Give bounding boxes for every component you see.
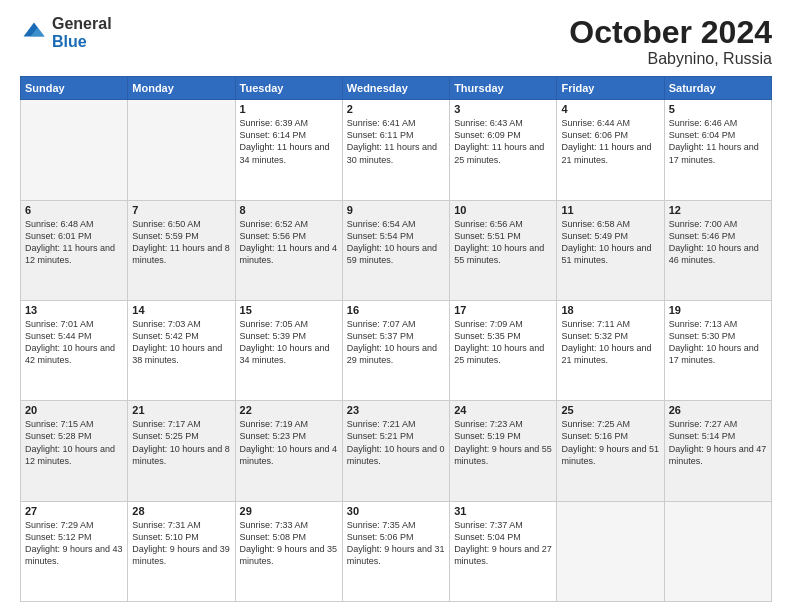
day-info: Sunrise: 6:44 AM Sunset: 6:06 PM Dayligh… (561, 117, 659, 166)
day-number: 20 (25, 404, 123, 416)
day-number: 17 (454, 304, 552, 316)
table-row (664, 501, 771, 601)
calendar-week-row: 6Sunrise: 6:48 AM Sunset: 6:01 PM Daylig… (21, 200, 772, 300)
day-info: Sunrise: 7:29 AM Sunset: 5:12 PM Dayligh… (25, 519, 123, 568)
day-number: 31 (454, 505, 552, 517)
day-info: Sunrise: 6:43 AM Sunset: 6:09 PM Dayligh… (454, 117, 552, 166)
day-info: Sunrise: 6:39 AM Sunset: 6:14 PM Dayligh… (240, 117, 338, 166)
table-row (21, 100, 128, 200)
day-info: Sunrise: 7:09 AM Sunset: 5:35 PM Dayligh… (454, 318, 552, 367)
day-info: Sunrise: 7:25 AM Sunset: 5:16 PM Dayligh… (561, 418, 659, 467)
table-row: 20Sunrise: 7:15 AM Sunset: 5:28 PM Dayli… (21, 401, 128, 501)
day-info: Sunrise: 6:56 AM Sunset: 5:51 PM Dayligh… (454, 218, 552, 267)
day-number: 5 (669, 103, 767, 115)
logo-text: General Blue (52, 15, 112, 50)
day-info: Sunrise: 7:31 AM Sunset: 5:10 PM Dayligh… (132, 519, 230, 568)
logo-general-label: General (52, 15, 112, 33)
day-info: Sunrise: 7:15 AM Sunset: 5:28 PM Dayligh… (25, 418, 123, 467)
table-row: 2Sunrise: 6:41 AM Sunset: 6:11 PM Daylig… (342, 100, 449, 200)
table-row: 13Sunrise: 7:01 AM Sunset: 5:44 PM Dayli… (21, 300, 128, 400)
table-row: 8Sunrise: 6:52 AM Sunset: 5:56 PM Daylig… (235, 200, 342, 300)
day-number: 24 (454, 404, 552, 416)
day-info: Sunrise: 7:07 AM Sunset: 5:37 PM Dayligh… (347, 318, 445, 367)
logo-blue-label: Blue (52, 33, 112, 51)
table-row: 23Sunrise: 7:21 AM Sunset: 5:21 PM Dayli… (342, 401, 449, 501)
table-row: 3Sunrise: 6:43 AM Sunset: 6:09 PM Daylig… (450, 100, 557, 200)
calendar-week-row: 13Sunrise: 7:01 AM Sunset: 5:44 PM Dayli… (21, 300, 772, 400)
day-info: Sunrise: 7:17 AM Sunset: 5:25 PM Dayligh… (132, 418, 230, 467)
col-thursday: Thursday (450, 77, 557, 100)
day-info: Sunrise: 7:27 AM Sunset: 5:14 PM Dayligh… (669, 418, 767, 467)
col-tuesday: Tuesday (235, 77, 342, 100)
day-number: 14 (132, 304, 230, 316)
day-info: Sunrise: 7:13 AM Sunset: 5:30 PM Dayligh… (669, 318, 767, 367)
header: General Blue October 2024 Babynino, Russ… (20, 15, 772, 68)
table-row: 21Sunrise: 7:17 AM Sunset: 5:25 PM Dayli… (128, 401, 235, 501)
logo: General Blue (20, 15, 112, 50)
day-number: 29 (240, 505, 338, 517)
day-number: 16 (347, 304, 445, 316)
day-number: 11 (561, 204, 659, 216)
day-number: 9 (347, 204, 445, 216)
col-friday: Friday (557, 77, 664, 100)
table-row: 14Sunrise: 7:03 AM Sunset: 5:42 PM Dayli… (128, 300, 235, 400)
table-row: 9Sunrise: 6:54 AM Sunset: 5:54 PM Daylig… (342, 200, 449, 300)
day-number: 3 (454, 103, 552, 115)
day-number: 19 (669, 304, 767, 316)
title-block: October 2024 Babynino, Russia (569, 15, 772, 68)
day-number: 22 (240, 404, 338, 416)
col-wednesday: Wednesday (342, 77, 449, 100)
day-number: 18 (561, 304, 659, 316)
table-row (128, 100, 235, 200)
day-number: 12 (669, 204, 767, 216)
table-row: 6Sunrise: 6:48 AM Sunset: 6:01 PM Daylig… (21, 200, 128, 300)
table-row: 26Sunrise: 7:27 AM Sunset: 5:14 PM Dayli… (664, 401, 771, 501)
table-row: 10Sunrise: 6:56 AM Sunset: 5:51 PM Dayli… (450, 200, 557, 300)
day-number: 23 (347, 404, 445, 416)
table-row: 7Sunrise: 6:50 AM Sunset: 5:59 PM Daylig… (128, 200, 235, 300)
day-number: 30 (347, 505, 445, 517)
day-info: Sunrise: 6:41 AM Sunset: 6:11 PM Dayligh… (347, 117, 445, 166)
day-info: Sunrise: 7:01 AM Sunset: 5:44 PM Dayligh… (25, 318, 123, 367)
day-number: 26 (669, 404, 767, 416)
logo-icon (20, 19, 48, 47)
day-number: 13 (25, 304, 123, 316)
day-info: Sunrise: 7:19 AM Sunset: 5:23 PM Dayligh… (240, 418, 338, 467)
table-row: 25Sunrise: 7:25 AM Sunset: 5:16 PM Dayli… (557, 401, 664, 501)
day-info: Sunrise: 7:11 AM Sunset: 5:32 PM Dayligh… (561, 318, 659, 367)
table-row: 30Sunrise: 7:35 AM Sunset: 5:06 PM Dayli… (342, 501, 449, 601)
table-row: 18Sunrise: 7:11 AM Sunset: 5:32 PM Dayli… (557, 300, 664, 400)
table-row: 29Sunrise: 7:33 AM Sunset: 5:08 PM Dayli… (235, 501, 342, 601)
day-number: 25 (561, 404, 659, 416)
table-row: 22Sunrise: 7:19 AM Sunset: 5:23 PM Dayli… (235, 401, 342, 501)
day-info: Sunrise: 7:23 AM Sunset: 5:19 PM Dayligh… (454, 418, 552, 467)
table-row: 15Sunrise: 7:05 AM Sunset: 5:39 PM Dayli… (235, 300, 342, 400)
day-info: Sunrise: 6:48 AM Sunset: 6:01 PM Dayligh… (25, 218, 123, 267)
day-number: 4 (561, 103, 659, 115)
table-row (557, 501, 664, 601)
table-row: 31Sunrise: 7:37 AM Sunset: 5:04 PM Dayli… (450, 501, 557, 601)
col-monday: Monday (128, 77, 235, 100)
day-number: 6 (25, 204, 123, 216)
calendar-week-row: 20Sunrise: 7:15 AM Sunset: 5:28 PM Dayli… (21, 401, 772, 501)
table-row: 27Sunrise: 7:29 AM Sunset: 5:12 PM Dayli… (21, 501, 128, 601)
day-info: Sunrise: 6:50 AM Sunset: 5:59 PM Dayligh… (132, 218, 230, 267)
month-title: October 2024 (569, 15, 772, 50)
table-row: 5Sunrise: 6:46 AM Sunset: 6:04 PM Daylig… (664, 100, 771, 200)
calendar-week-row: 1Sunrise: 6:39 AM Sunset: 6:14 PM Daylig… (21, 100, 772, 200)
table-row: 24Sunrise: 7:23 AM Sunset: 5:19 PM Dayli… (450, 401, 557, 501)
day-number: 27 (25, 505, 123, 517)
day-number: 21 (132, 404, 230, 416)
day-number: 2 (347, 103, 445, 115)
day-info: Sunrise: 7:05 AM Sunset: 5:39 PM Dayligh… (240, 318, 338, 367)
col-sunday: Sunday (21, 77, 128, 100)
day-info: Sunrise: 6:54 AM Sunset: 5:54 PM Dayligh… (347, 218, 445, 267)
day-info: Sunrise: 7:37 AM Sunset: 5:04 PM Dayligh… (454, 519, 552, 568)
table-row: 11Sunrise: 6:58 AM Sunset: 5:49 PM Dayli… (557, 200, 664, 300)
table-row: 12Sunrise: 7:00 AM Sunset: 5:46 PM Dayli… (664, 200, 771, 300)
table-row: 16Sunrise: 7:07 AM Sunset: 5:37 PM Dayli… (342, 300, 449, 400)
table-row: 19Sunrise: 7:13 AM Sunset: 5:30 PM Dayli… (664, 300, 771, 400)
day-number: 15 (240, 304, 338, 316)
table-row: 1Sunrise: 6:39 AM Sunset: 6:14 PM Daylig… (235, 100, 342, 200)
table-row: 28Sunrise: 7:31 AM Sunset: 5:10 PM Dayli… (128, 501, 235, 601)
